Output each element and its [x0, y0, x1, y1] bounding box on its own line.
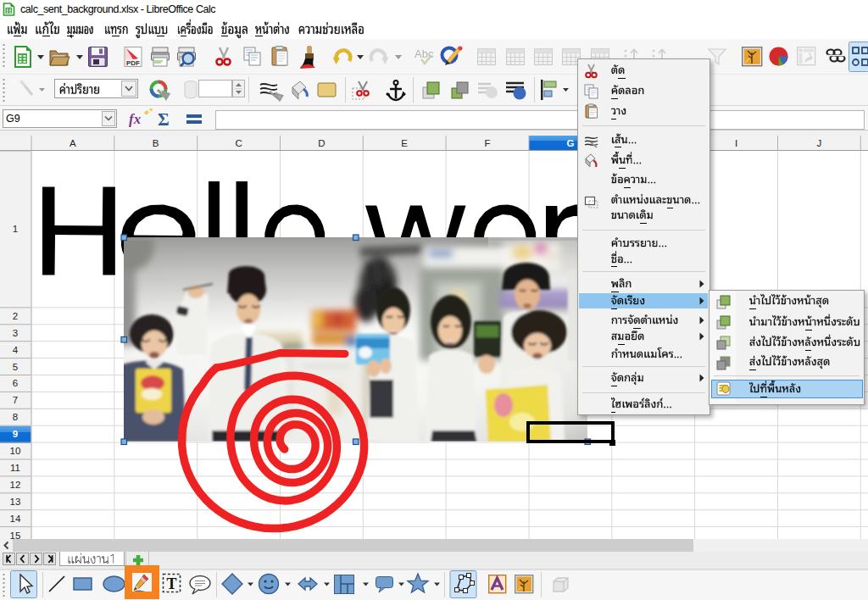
svg-text:T: T: [166, 575, 176, 592]
